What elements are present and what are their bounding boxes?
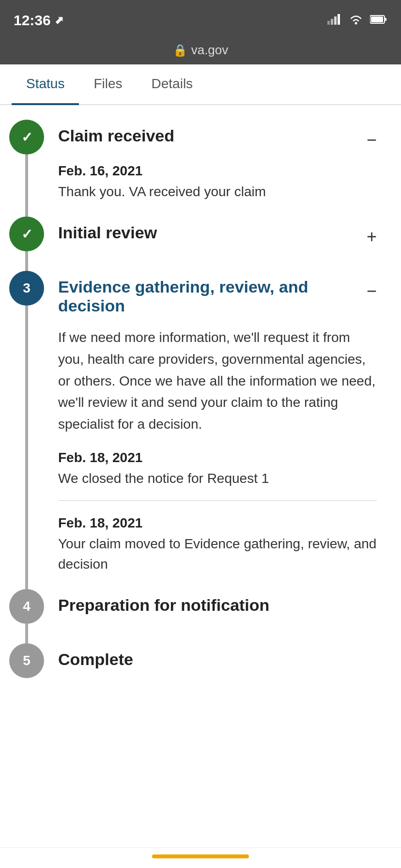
svg-rect-7 bbox=[371, 16, 383, 22]
step-3-line bbox=[25, 306, 28, 589]
step-3-event-1-date: Feb. 18, 2021 bbox=[58, 450, 377, 465]
signal-icon bbox=[327, 14, 342, 27]
tabs-bar: Status Files Details bbox=[0, 64, 401, 105]
step-1-left: ✓ bbox=[0, 120, 53, 217]
home-indicator bbox=[152, 854, 249, 858]
step-2-toggle[interactable]: + bbox=[367, 228, 377, 246]
battery-icon bbox=[370, 15, 387, 26]
step-3-event-2-date: Feb. 18, 2021 bbox=[58, 515, 377, 531]
step-3-title: Evidence gathering, review, and decision bbox=[58, 278, 367, 315]
timeline-content: ✓ Claim received − Feb. 16, 2021 Thank y… bbox=[0, 105, 401, 698]
timeline: ✓ Claim received − Feb. 16, 2021 Thank y… bbox=[0, 105, 401, 698]
step-1-circle: ✓ bbox=[9, 120, 44, 155]
step-3-circle: 3 bbox=[9, 271, 44, 306]
step-1: ✓ Claim received − Feb. 16, 2021 Thank y… bbox=[0, 120, 401, 217]
step-3-content: Evidence gathering, review, and decision… bbox=[53, 271, 386, 589]
step-2-content: Initial review + bbox=[53, 217, 386, 271]
status-time: 12:36 ⬈ bbox=[14, 12, 63, 29]
step-4-circle: 4 bbox=[9, 589, 44, 624]
step-3-header: Evidence gathering, review, and decision… bbox=[58, 278, 377, 315]
step-2-header: Initial review + bbox=[58, 223, 377, 246]
event-divider bbox=[58, 500, 377, 501]
step-5-title: Complete bbox=[58, 650, 377, 669]
step-3-event-1-desc: We closed the notice for Request 1 bbox=[58, 468, 377, 489]
lock-icon: 🔒 bbox=[173, 44, 187, 57]
tab-status[interactable]: Status bbox=[12, 64, 79, 105]
status-bar: 12:36 ⬈ bbox=[0, 0, 401, 39]
step-3-body: If we need more information, we'll reque… bbox=[58, 327, 377, 574]
svg-rect-6 bbox=[385, 18, 386, 21]
svg-rect-3 bbox=[338, 14, 340, 25]
step-4: 4 Preparation for notification bbox=[0, 589, 401, 643]
step-4-left: 4 bbox=[0, 589, 53, 643]
location-icon: ⬈ bbox=[55, 14, 63, 27]
tab-details[interactable]: Details bbox=[137, 64, 208, 104]
step-4-header: Preparation for notification bbox=[58, 596, 377, 615]
step-1-toggle[interactable]: − bbox=[367, 131, 377, 149]
url-display: va.gov bbox=[191, 43, 229, 58]
step-5-circle: 5 bbox=[9, 643, 44, 678]
step-4-content: Preparation for notification bbox=[53, 589, 386, 643]
wifi-icon bbox=[349, 14, 363, 27]
bottom-bar bbox=[0, 847, 401, 868]
step-1-title: Claim received bbox=[58, 126, 367, 145]
step-3-toggle[interactable]: − bbox=[367, 282, 377, 300]
svg-rect-2 bbox=[334, 16, 337, 25]
step-5: 5 Complete bbox=[0, 643, 401, 683]
browser-bar: 🔒 va.gov bbox=[0, 39, 401, 64]
step-4-title: Preparation for notification bbox=[58, 596, 377, 615]
svg-rect-0 bbox=[327, 21, 330, 25]
step-2: ✓ Initial review + bbox=[0, 217, 401, 271]
step-1-header: Claim received − bbox=[58, 126, 377, 149]
step-3-left: 3 bbox=[0, 271, 53, 589]
svg-point-4 bbox=[355, 22, 357, 25]
step-2-left: ✓ bbox=[0, 217, 53, 271]
step-3-event-2-desc: Your claim moved to Evidence gathering, … bbox=[58, 534, 377, 574]
step-2-circle: ✓ bbox=[9, 217, 44, 251]
step-2-title: Initial review bbox=[58, 223, 367, 242]
status-icons bbox=[327, 14, 387, 27]
step-1-event-1-desc: Thank you. VA received your claim bbox=[58, 182, 377, 202]
step-2-line bbox=[25, 251, 28, 271]
step-4-line bbox=[25, 624, 28, 643]
step-1-line bbox=[25, 155, 28, 217]
time-display: 12:36 bbox=[14, 12, 51, 29]
step-1-body: Feb. 16, 2021 Thank you. VA received you… bbox=[58, 163, 377, 202]
step-5-left: 5 bbox=[0, 643, 53, 683]
step-1-event-1-date: Feb. 16, 2021 bbox=[58, 163, 377, 179]
tab-files[interactable]: Files bbox=[79, 64, 137, 104]
svg-rect-1 bbox=[331, 19, 333, 25]
step-3: 3 Evidence gathering, review, and decisi… bbox=[0, 271, 401, 589]
step-5-content: Complete bbox=[53, 643, 386, 683]
step-1-content: Claim received − Feb. 16, 2021 Thank you… bbox=[53, 120, 386, 217]
step-3-description: If we need more information, we'll reque… bbox=[58, 327, 377, 435]
step-5-header: Complete bbox=[58, 650, 377, 669]
